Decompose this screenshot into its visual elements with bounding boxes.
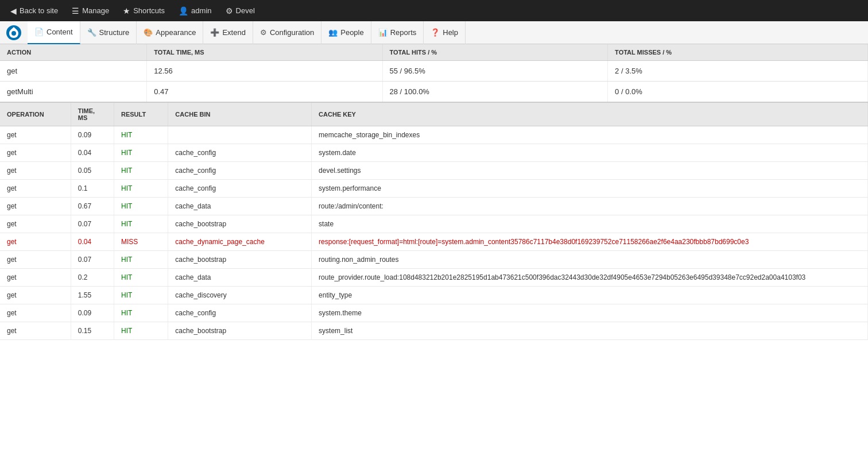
detail-operation: get bbox=[0, 322, 71, 340]
detail-key: memcache_storage_bin_indexes bbox=[312, 126, 868, 144]
detail-bin: cache_bootstrap bbox=[168, 322, 312, 340]
summary-col-misses: TOTAL MISSES / % bbox=[608, 44, 868, 61]
summary-table: ACTION TOTAL TIME, MS TOTAL HITS / % TOT… bbox=[0, 44, 868, 103]
summary-action: getMulti bbox=[0, 82, 147, 103]
structure-icon: 🔧 bbox=[87, 28, 96, 37]
detail-time: 0.09 bbox=[71, 304, 114, 322]
reports-label: Reports bbox=[390, 28, 417, 37]
summary-col-hits: TOTAL HITS / % bbox=[382, 44, 608, 61]
gear-icon: ⚙ bbox=[226, 6, 233, 16]
detail-time: 0.09 bbox=[71, 126, 114, 144]
manage-icon: ☰ bbox=[72, 6, 79, 16]
detail-time: 0.07 bbox=[71, 215, 114, 233]
nav-people[interactable]: 👥 People bbox=[321, 21, 371, 44]
detail-time: 0.04 bbox=[71, 233, 114, 251]
detail-bin: cache_data bbox=[168, 269, 312, 287]
content-icon: 📄 bbox=[34, 28, 44, 36]
manage-label: Manage bbox=[82, 6, 109, 15]
content-label: Content bbox=[46, 28, 73, 36]
detail-result: HIT bbox=[114, 251, 168, 269]
back-icon: ◀ bbox=[10, 6, 17, 16]
detail-key: state bbox=[312, 215, 868, 233]
detail-operation: get bbox=[0, 269, 71, 287]
main-content: ACTION TOTAL TIME, MS TOTAL HITS / % TOT… bbox=[0, 44, 868, 340]
detail-bin: cache_config bbox=[168, 180, 312, 198]
detail-result: MISS bbox=[114, 233, 168, 251]
detail-bin: cache_dynamic_page_cache bbox=[168, 233, 312, 251]
nav-structure[interactable]: 🔧 Structure bbox=[80, 21, 137, 44]
nav-content[interactable]: 📄 Content bbox=[28, 21, 80, 44]
help-icon: ❓ bbox=[431, 28, 440, 37]
detail-operation: get bbox=[0, 126, 71, 144]
table-row: get 0.2 HIT cache_data route_provider.ro… bbox=[0, 269, 868, 287]
detail-operation: get bbox=[0, 180, 71, 198]
detail-operation: get bbox=[0, 144, 71, 162]
table-row: getMulti 0.47 28 / 100.0% 0 / 0.0% bbox=[0, 82, 868, 103]
detail-result: HIT bbox=[114, 126, 168, 144]
detail-time: 0.67 bbox=[71, 198, 114, 215]
appearance-label: Appearance bbox=[156, 28, 196, 37]
table-row: get 12.56 55 / 96.5% 2 / 3.5% bbox=[0, 61, 868, 82]
detail-key: system_list bbox=[312, 322, 868, 340]
nav-extend[interactable]: ➕ Extend bbox=[203, 21, 253, 44]
people-label: People bbox=[340, 28, 363, 37]
detail-key: system.performance bbox=[312, 180, 868, 198]
user-icon: 👤 bbox=[179, 6, 188, 16]
detail-bin bbox=[168, 126, 312, 144]
detail-col-operation: OPERATION bbox=[0, 103, 71, 126]
detail-result: HIT bbox=[114, 198, 168, 215]
admin-user-button[interactable]: 👤 admin bbox=[173, 0, 217, 21]
detail-result: HIT bbox=[114, 144, 168, 162]
devel-label: Devel bbox=[236, 6, 255, 15]
summary-action: get bbox=[0, 61, 147, 82]
detail-result: HIT bbox=[114, 180, 168, 198]
detail-operation: get bbox=[0, 304, 71, 322]
detail-result: HIT bbox=[114, 162, 168, 180]
summary-col-time: TOTAL TIME, MS bbox=[147, 44, 382, 61]
devel-button[interactable]: ⚙ Devel bbox=[220, 0, 261, 21]
table-row: get 0.05 HIT cache_config devel.settings bbox=[0, 162, 868, 180]
detail-operation: get bbox=[0, 287, 71, 304]
nav-help[interactable]: ❓ Help bbox=[424, 21, 466, 44]
manage-button[interactable]: ☰ Manage bbox=[66, 0, 115, 21]
appearance-icon: 🎨 bbox=[144, 28, 153, 37]
svg-point-1 bbox=[11, 31, 16, 36]
nav-reports[interactable]: 📊 Reports bbox=[371, 21, 424, 44]
summary-misses: 0 / 0.0% bbox=[608, 82, 868, 103]
people-icon: 👥 bbox=[328, 28, 338, 37]
detail-bin: cache_bootstrap bbox=[168, 251, 312, 269]
detail-bin: cache_config bbox=[168, 304, 312, 322]
detail-bin: cache_config bbox=[168, 162, 312, 180]
detail-col-time: TIME,MS bbox=[71, 103, 114, 126]
admin-label: admin bbox=[191, 6, 211, 15]
table-row: get 0.15 HIT cache_bootstrap system_list bbox=[0, 322, 868, 340]
back-site-label: Back to site bbox=[20, 6, 58, 15]
detail-operation: get bbox=[0, 215, 71, 233]
detail-operation: get bbox=[0, 233, 71, 251]
summary-misses: 2 / 3.5% bbox=[608, 61, 868, 82]
table-row: get 0.09 HIT cache_config system.theme bbox=[0, 304, 868, 322]
detail-bin: cache_discovery bbox=[168, 287, 312, 304]
secondary-nav: 📄 Content 🔧 Structure 🎨 Appearance ➕ Ext… bbox=[0, 21, 868, 44]
detail-col-bin: CACHE BIN bbox=[168, 103, 312, 126]
summary-hits: 55 / 96.5% bbox=[382, 61, 608, 82]
back-site-button[interactable]: ◀ Back to site bbox=[5, 0, 64, 21]
detail-result: HIT bbox=[114, 287, 168, 304]
detail-time: 0.05 bbox=[71, 162, 114, 180]
detail-time: 0.1 bbox=[71, 180, 114, 198]
detail-key: routing.non_admin_routes bbox=[312, 251, 868, 269]
detail-key: system.date bbox=[312, 144, 868, 162]
detail-operation: get bbox=[0, 251, 71, 269]
detail-time: 1.55 bbox=[71, 287, 114, 304]
help-label: Help bbox=[443, 28, 458, 37]
extend-icon: ➕ bbox=[210, 28, 219, 37]
nav-appearance[interactable]: 🎨 Appearance bbox=[137, 21, 203, 44]
summary-col-action: ACTION bbox=[0, 44, 147, 61]
detail-time: 0.04 bbox=[71, 144, 114, 162]
detail-time: 0.07 bbox=[71, 251, 114, 269]
summary-time: 0.47 bbox=[147, 82, 382, 103]
shortcuts-button[interactable]: ★ Shortcuts bbox=[117, 0, 170, 21]
detail-col-key: CACHE KEY bbox=[312, 103, 868, 126]
detail-bin: cache_bootstrap bbox=[168, 215, 312, 233]
nav-configuration[interactable]: ⚙ Configuration bbox=[253, 21, 321, 44]
